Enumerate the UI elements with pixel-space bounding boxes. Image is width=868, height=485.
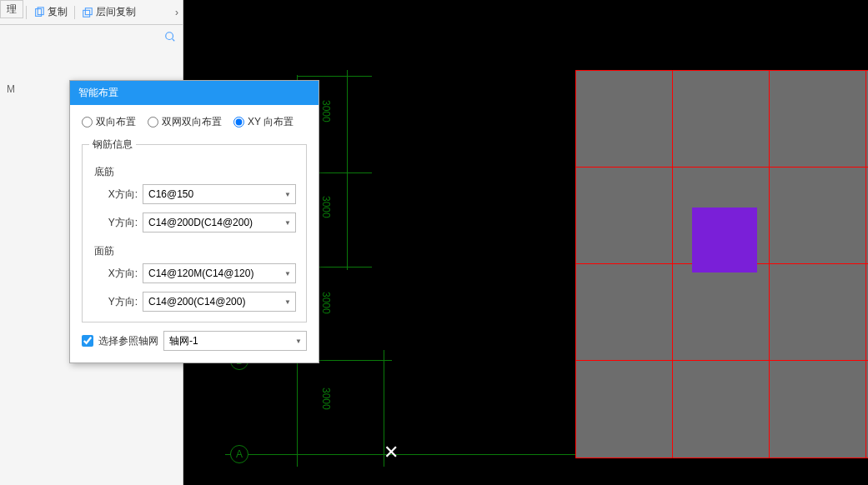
- radio-xy[interactable]: XY 向布置: [233, 115, 294, 129]
- fieldset-legend: 钢筋信息: [89, 138, 136, 152]
- axis-reference-row: 选择参照轴网 ▼: [82, 331, 307, 351]
- grid-line: [575, 360, 868, 361]
- dimension-label: 3000: [320, 100, 332, 122]
- top-y-combo[interactable]: ▼: [143, 292, 296, 312]
- dimension-label: 3000: [320, 388, 332, 410]
- svg-rect-2: [83, 10, 90, 17]
- grid-line: [865, 70, 866, 458]
- check-label: 选择参照轴网: [98, 334, 158, 348]
- layout-mode-radios: 双向布置 双网双向布置 XY 向布置: [82, 115, 307, 129]
- axis-bubble-a: A: [230, 445, 248, 463]
- field-label: Y方向:: [93, 295, 138, 309]
- field-label: X方向:: [93, 267, 138, 281]
- svg-line-5: [173, 38, 175, 41]
- top-toolbar: 除 复制 层间复制 ›: [0, 0, 183, 50]
- bottom-y-combo[interactable]: ▼: [143, 212, 296, 232]
- grid-line: [575, 70, 868, 71]
- field-label: Y方向:: [93, 216, 138, 230]
- bottom-y-input[interactable]: [143, 212, 296, 232]
- search-row: [0, 25, 183, 50]
- top-y-row: Y方向: ▼: [93, 292, 296, 312]
- svg-rect-3: [85, 8, 92, 14]
- top-x-row: X方向: ▼: [93, 263, 296, 283]
- label: XY 向布置: [248, 115, 294, 129]
- toolbar-row: 除 复制 层间复制 ›: [0, 0, 183, 25]
- copy-icon: [33, 7, 45, 18]
- top-rebar-label: 面筋: [94, 244, 296, 258]
- rebar-info-fieldset: 钢筋信息 底筋 X方向: ▼ Y方向: ▼ 面筋 X方向: ▼ Y方向: ▼: [82, 138, 307, 322]
- grid-line: [769, 70, 770, 458]
- grid-line: [575, 70, 576, 458]
- selected-slab[interactable]: [692, 208, 757, 272]
- separator: [26, 6, 27, 19]
- tab-left[interactable]: 理: [0, 0, 23, 18]
- dimension-label: 3000: [320, 292, 332, 314]
- dimension-label: 3000: [320, 196, 332, 218]
- slab-grid: [575, 70, 868, 458]
- bottom-x-input[interactable]: [143, 184, 296, 204]
- separator: [74, 6, 75, 19]
- bottom-x-combo[interactable]: ▼: [143, 184, 296, 204]
- dialog-title[interactable]: 智能布置: [70, 81, 319, 105]
- svg-point-4: [166, 32, 173, 39]
- field-label: X方向:: [93, 188, 138, 202]
- axis-checkbox[interactable]: [82, 335, 93, 347]
- chevron-right-icon[interactable]: ›: [175, 7, 178, 18]
- bottom-rebar-label: 底筋: [94, 165, 296, 179]
- top-x-combo[interactable]: ▼: [143, 263, 296, 283]
- label: 双向布置: [96, 115, 136, 129]
- grid-line: [575, 167, 868, 168]
- bottom-y-row: Y方向: ▼: [93, 212, 296, 232]
- radio-input[interactable]: [233, 117, 244, 128]
- axis-input[interactable]: [163, 331, 307, 351]
- radio-input[interactable]: [82, 117, 93, 128]
- smart-layout-dialog: 智能布置 双向布置 双网双向布置 XY 向布置 钢筋信息 底筋 X方向: ▼ Y…: [69, 80, 319, 363]
- search-icon[interactable]: [164, 31, 176, 45]
- bottom-x-row: X方向: ▼: [93, 184, 296, 204]
- top-y-input[interactable]: [143, 292, 296, 312]
- axis-line: [347, 70, 348, 270]
- grid-line: [575, 458, 868, 458]
- copy-button[interactable]: 复制: [28, 5, 73, 19]
- label: 复制: [48, 5, 68, 19]
- radio-double-mesh[interactable]: 双网双向布置: [148, 115, 222, 129]
- radio-bidirectional[interactable]: 双向布置: [82, 115, 136, 129]
- axis-line: [297, 76, 372, 77]
- cursor-cross-icon: ✕: [384, 442, 399, 463]
- layer-copy-icon: [82, 7, 93, 18]
- label: 层间复制: [96, 5, 136, 19]
- radio-input[interactable]: [148, 117, 158, 128]
- layer-copy-button[interactable]: 层间复制: [77, 5, 141, 19]
- axis-combo[interactable]: ▼: [163, 331, 307, 351]
- grid-line: [672, 70, 673, 458]
- dialog-body: 双向布置 双网双向布置 XY 向布置 钢筋信息 底筋 X方向: ▼ Y方向: ▼…: [70, 105, 319, 362]
- label: 双网双向布置: [162, 115, 222, 129]
- top-x-input[interactable]: [143, 263, 296, 283]
